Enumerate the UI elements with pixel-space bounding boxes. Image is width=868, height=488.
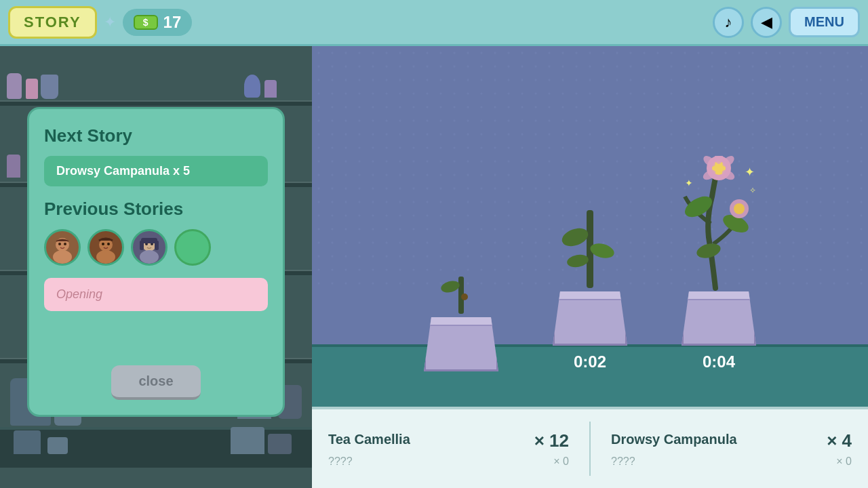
svg-rect-16 — [140, 241, 144, 250]
plant-container-2: 0:02 — [553, 203, 627, 371]
plant-timer-2: 0:04 — [703, 352, 735, 371]
svg-point-7 — [96, 250, 115, 264]
plant2-count: × 4 — [827, 430, 852, 451]
svg-point-22 — [461, 293, 468, 300]
svg-point-21 — [439, 279, 460, 295]
avatar-3 — [131, 229, 167, 266]
svg-point-38 — [734, 203, 745, 214]
opening-box: Opening — [44, 278, 268, 311]
plant-timer-1: 0:02 — [574, 352, 606, 371]
sparkle-icon: ✦ — [104, 14, 116, 31]
avatar-1 — [44, 229, 81, 266]
music-icon: ♪ — [725, 14, 732, 31]
plants-row: 0:02 — [312, 156, 868, 371]
pot-1 — [424, 317, 498, 371]
svg-point-24 — [559, 225, 591, 249]
pot-3 — [682, 291, 756, 346]
plant1-name: Tea Camellia — [328, 432, 410, 447]
plant-container-1 — [424, 263, 498, 371]
avatar-2 — [87, 229, 124, 266]
svg-point-8 — [102, 243, 104, 245]
svg-point-3 — [58, 243, 61, 245]
currency-area: 17 — [123, 9, 193, 36]
avatars-row — [44, 229, 268, 266]
svg-text:✦: ✦ — [745, 165, 755, 179]
plant2-subcount: × 0 — [836, 455, 852, 468]
avatar-green-circle — [174, 229, 211, 266]
next-story-label: Next Story — [44, 125, 268, 146]
close-button[interactable]: close — [111, 365, 200, 400]
prev-stories-label: Previous Stories — [44, 199, 268, 220]
plant2-sub: ???? — [611, 455, 635, 468]
svg-rect-17 — [155, 241, 159, 250]
music-button[interactable]: ♪ — [713, 7, 744, 38]
sound-button[interactable]: ◀ — [751, 7, 782, 38]
next-story-item: Drowsy Campanula x 5 — [44, 156, 268, 186]
svg-point-26 — [566, 253, 590, 268]
plant-info-2: Drowsy Campanula × 4 ???? × 0 — [611, 430, 852, 468]
plant1-count: × 12 — [534, 430, 569, 451]
story-button[interactable]: STORY — [8, 6, 97, 39]
menu-button[interactable]: MENU — [789, 7, 860, 37]
currency-count: 17 — [163, 13, 182, 32]
pot-2 — [553, 291, 627, 346]
svg-point-29 — [695, 241, 722, 261]
bottom-bar: Tea Camellia × 12 ???? × 0 Drowsy Campan… — [312, 407, 868, 488]
game-area: 0:02 — [312, 46, 868, 412]
divider — [589, 422, 591, 476]
sound-icon: ◀ — [761, 14, 772, 31]
topbar: STORY ✦ 17 ♪ ◀ MENU — [0, 0, 868, 46]
money-icon — [134, 15, 158, 30]
svg-point-4 — [64, 243, 66, 245]
svg-text:✧: ✧ — [749, 186, 756, 195]
plant1-sub: ???? — [328, 455, 353, 468]
svg-point-9 — [107, 243, 110, 245]
story-card: Next Story Drowsy Campanula x 5 Previous… — [27, 107, 285, 417]
plant-container-3: ✦ ✦ ✧ 0:04 — [682, 156, 756, 371]
opening-text: Opening — [56, 287, 102, 301]
plant1-subcount: × 0 — [553, 455, 569, 468]
left-panel: Next Story Drowsy Campanula x 5 Previous… — [0, 46, 312, 488]
plant-info-1: Tea Camellia × 12 ???? × 0 — [328, 430, 569, 468]
svg-text:✦: ✦ — [685, 178, 693, 188]
svg-point-12 — [140, 250, 159, 264]
plant2-name: Drowsy Campanula — [611, 432, 737, 447]
svg-point-2 — [53, 250, 72, 264]
